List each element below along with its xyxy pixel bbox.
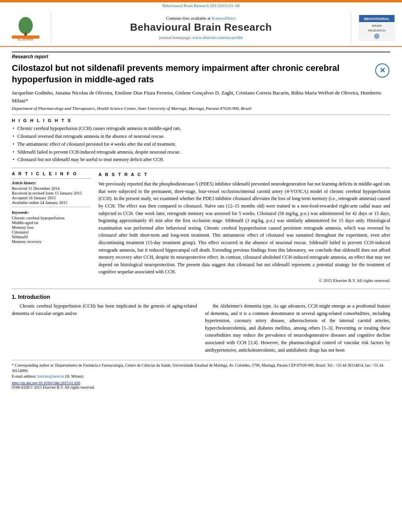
crossmark-icon[interactable]: ✕: [375, 63, 389, 78]
article-info-divider-2: [12, 207, 91, 207]
doi-line: http://dx.doi.org/10.1016/j.bbr.2015.01.…: [12, 381, 390, 385]
article-info-abstract-cols: A R T I C L E I N F O Article history: R…: [12, 171, 390, 284]
article-info-section: A R T I C L E I N F O Article history: R…: [12, 171, 91, 244]
intro-para-2: the Alzheimer's dementia type. As age ad…: [205, 302, 390, 354]
journal-right-logo: BEHAVIOURAL BRAIN RESEARCH: [351, 12, 402, 43]
svg-point-1: [19, 17, 33, 34]
intro-col-right: the Alzheimer's dementia type. As age ad…: [205, 302, 390, 356]
highlights-section: H I G H L I G H T S Chronic cerebral hyp…: [12, 118, 390, 163]
journal-center: Contents lists available at ScienceDirec…: [51, 12, 351, 43]
elsevier-logo-icon: ELSEVIER: [8, 14, 43, 41]
intro-two-col: Chronic cerebral hypoperfusion (CCH) has…: [12, 302, 390, 356]
list-item: Cilostazol but not sildenafil may be use…: [12, 156, 390, 163]
divider-2: [12, 168, 390, 168]
highlights-heading: H I G H L I G H T S: [12, 118, 390, 123]
footnote-email-label: E-mail address:: [12, 374, 37, 378]
abstract-text: We previously reported that the phosphod…: [99, 180, 390, 276]
footnote-email-link[interactable]: hmilani@uem.br: [37, 374, 64, 378]
article-title-row: Cilostazol but not sildenafil prevents m…: [12, 63, 390, 85]
svg-text:RESEARCH: RESEARCH: [368, 29, 385, 32]
elsevier-logo-box: ELSEVIER: [0, 12, 51, 43]
bbr-journal-logo-icon: BEHAVIOURAL BRAIN RESEARCH: [359, 15, 395, 41]
article-title: Cilostazol but not sildenafil prevents m…: [12, 63, 370, 85]
list-item: Cilostazol reversed that retrograde amne…: [12, 133, 390, 140]
report-type-label: Research report: [12, 52, 390, 59]
bbr-issue-info: Behavioural Brain Research 283 (2015) 61…: [0, 2, 402, 9]
svg-text:BRAIN: BRAIN: [372, 24, 382, 28]
keyword: Cilostazol: [12, 230, 91, 234]
keyword: Middle-aged rat: [12, 221, 91, 225]
abstract-copyright: © 2015 Elsevier B.V. All rights reserved…: [99, 277, 390, 284]
revised-date: Received in revised form 15 January 2015: [12, 191, 91, 195]
sciencedirect-link[interactable]: ScienceDirect: [212, 16, 236, 20]
affiliation: Department of Pharmacology and Therapeut…: [12, 106, 390, 111]
article-info-col: A R T I C L E I N F O Article history: R…: [12, 171, 91, 284]
divider-1: [12, 115, 390, 115]
svg-point-9: [374, 33, 380, 39]
article-info-heading: A R T I C L E I N F O: [12, 171, 91, 176]
available-date: Available online 24 January 2015: [12, 200, 91, 205]
received-date: Received 11 December 2014: [12, 186, 91, 191]
journal-title: Behavioural Brain Research: [130, 21, 272, 33]
keyword: Chronic cerebral hypoperfusion: [12, 216, 91, 220]
crossmark-area: ✕: [374, 63, 390, 78]
footnote-area: * Corresponding author at: Departamento …: [12, 360, 390, 379]
keyword: Sildenafil: [12, 235, 91, 239]
footnote-email-attribution: (H. Milani).: [64, 374, 84, 378]
issn-line: 0166-4328/© 2015 Elsevier B.V. All right…: [12, 385, 390, 389]
introduction-section: 1. Introduction Chronic cerebral hypoper…: [12, 294, 390, 356]
keywords-section: Keywords: Chronic cerebral hypoperfusion…: [12, 210, 91, 244]
main-content: Research report Cilostazol but not silde…: [0, 47, 402, 394]
article-info-divider: [12, 178, 91, 179]
accepted-date: Accepted 16 January 2015: [12, 196, 91, 200]
keyword: Memory recovery: [12, 239, 91, 244]
journal-homepage: journal homepage: www.elsevier.com/locat…: [159, 35, 243, 40]
svg-text:ELSEVIER: ELSEVIER: [18, 38, 34, 41]
intro-para-1: Chronic cerebral hypoperfusion (CCH) has…: [12, 302, 197, 317]
list-item: Sildenafil failed to prevent CCH-induced…: [12, 149, 390, 156]
divider-3: [12, 289, 390, 289]
list-item: The antiamnesic effect of cilostazol per…: [12, 141, 390, 148]
svg-rect-2: [24, 33, 27, 36]
abstract-section: A B S T R A C T We previously reported t…: [99, 171, 390, 284]
keywords-heading: Keywords:: [12, 210, 91, 215]
list-item: Chronic cerebral hypoperfusion (CCH) cau…: [12, 125, 390, 132]
journal-header: ELSEVIER Contents lists available at Sci…: [0, 9, 402, 47]
intro-heading: 1. Introduction: [12, 294, 390, 300]
authors: Jacqueline Godinho, Janaina Nicolau de O…: [12, 89, 390, 104]
page: Behavioural Brain Research 283 (2015) 61…: [0, 0, 402, 532]
sciencedirect-line: Contents lists available at ScienceDirec…: [166, 16, 236, 20]
footnote-corresponding-text: * Corresponding author at: Departamento …: [12, 363, 383, 373]
svg-text:BEHAVIOURAL: BEHAVIOURAL: [364, 17, 390, 21]
doi-link[interactable]: http://dx.doi.org/10.1016/j.bbr.2015.01.…: [12, 381, 80, 385]
abstract-heading: A B S T R A C T: [99, 171, 390, 178]
intro-col-left: Chronic cerebral hypoperfusion (CCH) has…: [12, 302, 197, 356]
highlights-list: Chronic cerebral hypoperfusion (CCH) cau…: [12, 125, 390, 163]
abstract-col: A B S T R A C T We previously reported t…: [99, 171, 390, 284]
history-heading: Article history:: [12, 181, 91, 185]
keyword: Memory loss: [12, 225, 91, 230]
journal-homepage-link[interactable]: www.elsevier.com/locate/bbr: [192, 35, 243, 40]
